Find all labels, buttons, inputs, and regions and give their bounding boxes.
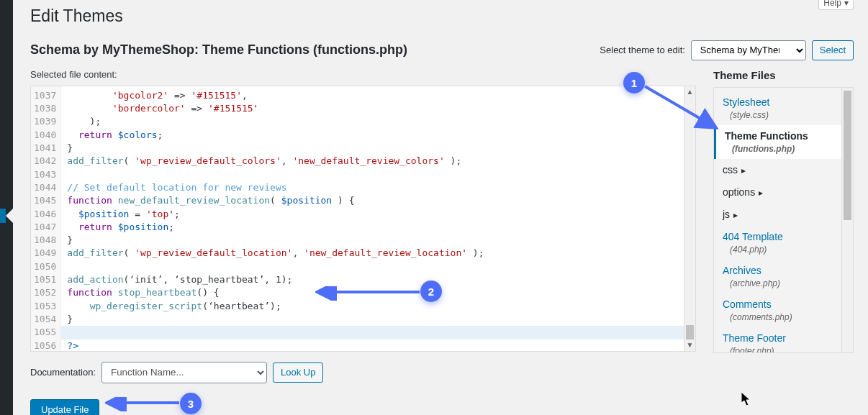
file-link[interactable]: Theme Footer (723, 332, 786, 344)
help-dropdown[interactable]: Help ▾ (818, 0, 854, 10)
file-sub-label: (style.css) (723, 109, 834, 121)
select-button[interactable]: Select (812, 40, 854, 60)
scroll-up-icon[interactable]: ▲ (684, 86, 695, 98)
page-title: Edit Themes (30, 0, 123, 30)
selected-file-label: Selected file content: (30, 69, 696, 80)
file-link[interactable]: 404 Template (723, 231, 783, 242)
file-sub-label: (archive.php) (723, 278, 834, 289)
lookup-button[interactable]: Look Up (273, 362, 323, 383)
theme-file-tree[interactable]: Stylesheet(style.css)Theme Functions(fun… (713, 87, 854, 353)
file-tree-item[interactable]: Theme Footer(footer.php) (714, 327, 841, 352)
scroll-thumb[interactable] (686, 325, 694, 339)
file-tree-item[interactable]: js (714, 204, 841, 226)
documentation-label: Documentation: (30, 367, 96, 378)
function-name-select[interactable]: Function Name... (101, 362, 267, 383)
file-sub-label: (comments.php) (723, 311, 834, 323)
subheader: Schema by MyThemeShop: Theme Functions (… (30, 42, 407, 58)
file-sub-label: (404.php) (723, 244, 834, 255)
tree-scrollbar[interactable] (841, 88, 853, 352)
file-tree-item[interactable]: options (714, 181, 841, 204)
line-gutter: 1037103810391040104110421043104410451046… (31, 86, 61, 351)
scroll-down-icon[interactable]: ▼ (684, 339, 695, 351)
file-link[interactable]: Theme Functions (725, 130, 808, 142)
select-theme-label: Select theme to edit: (600, 45, 685, 55)
help-label: Help (823, 0, 841, 8)
theme-files-heading: Theme Files (713, 69, 854, 81)
wp-admin-sidebar[interactable] (0, 0, 13, 415)
file-link[interactable]: Comments (723, 298, 772, 310)
file-sub-label: (functions.php) (725, 143, 834, 155)
file-tree-item[interactable]: Comments(comments.php) (714, 293, 841, 327)
theme-select[interactable]: Schema by MyThen (691, 40, 806, 60)
file-link[interactable]: Stylesheet (723, 96, 769, 108)
sidebar-active-arrow-icon (6, 209, 13, 223)
chevron-down-icon: ▾ (844, 0, 849, 8)
file-tree-item[interactable]: Archives(archive.php) (714, 260, 841, 293)
file-tree-item[interactable]: Stylesheet(style.css) (714, 91, 841, 125)
file-tree-item[interactable]: 404 Template(404.php) (714, 226, 841, 260)
editor-scrollbar[interactable]: ▲ ▼ (684, 86, 695, 351)
update-file-button[interactable]: Update File (30, 399, 99, 415)
code-content[interactable]: 'bgcolor2' => '#151515', 'bordercolor' =… (61, 86, 684, 351)
code-editor[interactable]: 1037103810391040104110421043104410451046… (30, 86, 696, 352)
file-sub-label: (footer.php) (723, 345, 834, 352)
tree-scroll-thumb[interactable] (844, 91, 851, 220)
file-tree-item[interactable]: Theme Functions(functions.php) (714, 125, 841, 159)
file-link[interactable]: Archives (723, 265, 761, 276)
file-tree-item[interactable]: css (714, 159, 841, 181)
